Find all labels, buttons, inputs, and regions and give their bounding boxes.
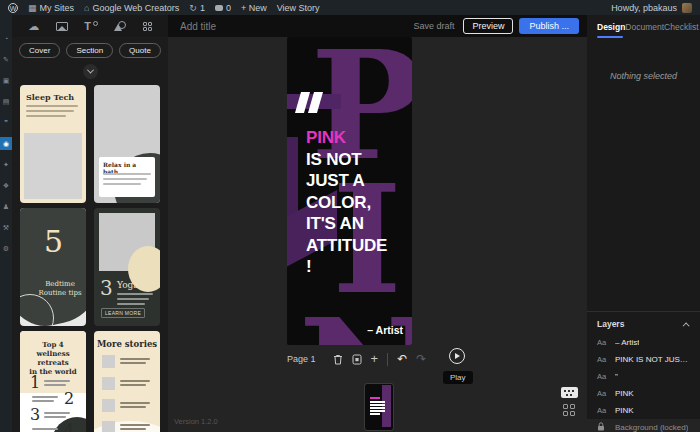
filter-section-button[interactable]: Section: [66, 43, 113, 58]
page-templates-tab[interactable]: [143, 22, 152, 31]
undo-button[interactable]: ↶: [397, 352, 407, 366]
add-text-icon: [93, 21, 98, 26]
upload-media-tab[interactable]: ☁: [28, 20, 39, 33]
layers-panel: Layers Aa – Artist Aa PINK IS NOT JUST A…: [587, 311, 700, 432]
play-icon: [455, 353, 460, 359]
wp-admin-sidebar: ◔ ✎ ▣ ▤ ❞ ◉ ✦ ❖ ♟ ⚒ ⚙: [0, 15, 12, 432]
filter-quote-button[interactable]: Quote: [119, 43, 161, 58]
my-sites-label: My Sites: [40, 3, 75, 13]
users-icon[interactable]: ♟: [0, 200, 12, 213]
wordpress-logo-icon[interactable]: W: [8, 3, 18, 13]
inspector-tabs: Design Document Checklist: [587, 15, 700, 39]
updates-link[interactable]: ↻ 1: [189, 3, 205, 13]
template-grid: Sleep Tech Relax in a bath: [12, 85, 168, 432]
templates-grid-icon: [143, 22, 152, 31]
collapse-filters-button[interactable]: [83, 64, 98, 79]
template-yoga[interactable]: 3 Yoga LEARN MORE: [94, 208, 160, 326]
headline-text[interactable]: PINK IS NOT JUST A COLOR, IT'S AN ATTITU…: [306, 127, 387, 278]
wp-admin-bar: W ▦ My Sites ⌂ Google Web Creators ↻ 1 0…: [0, 0, 700, 15]
delete-page-button[interactable]: [333, 354, 343, 365]
avatar[interactable]: [682, 3, 692, 13]
learn-more-button: LEARN MORE: [101, 308, 145, 318]
settings-icon[interactable]: ⚙: [0, 242, 12, 255]
layer-headline[interactable]: Aa PINK IS NOT JUST A COLOR, IT'S..: [587, 351, 700, 368]
grid-view-button[interactable]: [563, 404, 575, 416]
editor-header: Save draft Preview Publish ...: [168, 15, 587, 37]
template-sleep-tech[interactable]: Sleep Tech: [20, 85, 86, 203]
chevron-up-icon: [683, 322, 690, 329]
publish-button[interactable]: Publish ...: [519, 18, 579, 34]
site-name-label: Google Web Creators: [92, 3, 179, 13]
page-thumbnail[interactable]: [365, 384, 393, 430]
plugins-icon[interactable]: ❖: [0, 179, 12, 192]
text-layer-icon: Aa: [597, 355, 609, 364]
my-sites-link[interactable]: ▦ My Sites: [28, 3, 74, 13]
tab-document[interactable]: Document: [625, 22, 664, 32]
view-story-link[interactable]: View Story: [277, 3, 320, 13]
posts-icon[interactable]: ✎: [0, 53, 12, 66]
filter-cover-button[interactable]: Cover: [19, 43, 60, 58]
comments-icon: [215, 5, 223, 11]
image-placeholder: [24, 133, 82, 199]
text-layer-icon: Aa: [597, 389, 609, 398]
layer-pink-1[interactable]: Aa PINK: [587, 385, 700, 402]
third-party-media-tab[interactable]: [56, 22, 68, 31]
text-tab[interactable]: T: [84, 20, 98, 32]
shapes-tab[interactable]: [114, 21, 126, 31]
dashboard-icon[interactable]: ◔: [0, 32, 12, 45]
site-home-link[interactable]: ⌂ Google Web Creators: [84, 3, 179, 13]
template-relax-bath[interactable]: Relax in a bath: [94, 85, 160, 203]
keyboard-shortcuts-button[interactable]: [561, 387, 578, 398]
image-icon: [56, 22, 68, 31]
play-button[interactable]: [449, 348, 465, 364]
text-layer-icon: Aa: [597, 372, 609, 381]
template-bedtime-routine[interactable]: 5 Bedtime Routine tips: [20, 208, 86, 326]
template-more-stories[interactable]: More stories: [94, 331, 160, 432]
web-stories-icon[interactable]: ◉: [0, 137, 12, 150]
editor-workspace: PINK PINK IS NOT JUST A COLOR, IT'S AN A…: [168, 37, 587, 432]
pages-icon[interactable]: ▤: [0, 95, 12, 108]
text-icon: T: [84, 20, 91, 32]
story-page-canvas[interactable]: PINK PINK IS NOT JUST A COLOR, IT'S AN A…: [287, 37, 412, 345]
preview-button[interactable]: Preview: [463, 18, 513, 34]
text-layer-icon: Aa: [597, 338, 609, 347]
toolbar-divider: [387, 353, 388, 366]
tab-design[interactable]: Design: [597, 22, 625, 32]
app-window: W ▦ My Sites ⌂ Google Web Creators ↻ 1 0…: [0, 0, 700, 432]
sites-icon: ▦: [28, 3, 37, 13]
cloud-upload-icon: ☁: [28, 20, 39, 33]
text-layer-icon: Aa: [597, 406, 609, 415]
layers-header[interactable]: Layers: [587, 312, 700, 334]
play-tooltip: Play: [443, 371, 473, 384]
home-icon: ⌂: [84, 3, 89, 13]
new-content-link[interactable]: + New: [241, 3, 267, 13]
comments-menu-icon[interactable]: ❞: [0, 116, 12, 129]
comments-count: 0: [226, 3, 231, 13]
layers-title: Layers: [597, 319, 624, 329]
media-icon[interactable]: ▣: [0, 74, 12, 87]
duplicate-page-button[interactable]: [352, 354, 362, 365]
redo-button[interactable]: ↷: [416, 352, 426, 366]
layer-pink-2[interactable]: Aa PINK: [587, 402, 700, 419]
tab-checklist[interactable]: Checklist: [664, 22, 700, 32]
version-label: Version 1.2.0: [174, 417, 218, 426]
updates-count: 1: [200, 3, 205, 13]
chevron-down-icon: [86, 67, 93, 74]
layer-background[interactable]: Background (locked): [587, 419, 700, 432]
template-library-panel: Cover Section Quote Sleep Tech Relax in …: [12, 37, 168, 432]
lock-icon: [597, 422, 609, 432]
attribution-text[interactable]: – Artist: [367, 324, 403, 336]
template-filter-pills: Cover Section Quote: [12, 43, 168, 58]
comments-link[interactable]: 0: [215, 3, 231, 13]
library-tabs: ☁ T: [12, 15, 168, 37]
appearance-icon[interactable]: ✦: [0, 158, 12, 171]
layer-artist[interactable]: Aa – Artist: [587, 334, 700, 351]
updates-icon: ↻: [189, 3, 197, 13]
account-greeting-link[interactable]: Howdy, pbakaus: [611, 3, 677, 13]
add-page-button[interactable]: +: [371, 354, 379, 364]
story-title-input[interactable]: [168, 21, 413, 32]
template-top4-retreats[interactable]: Top 4 wellness retreats in the world 1 2…: [20, 331, 86, 432]
tools-icon[interactable]: ⚒: [0, 221, 12, 234]
layer-quote-mark[interactable]: Aa ": [587, 368, 700, 385]
save-draft-button[interactable]: Save draft: [413, 21, 454, 31]
